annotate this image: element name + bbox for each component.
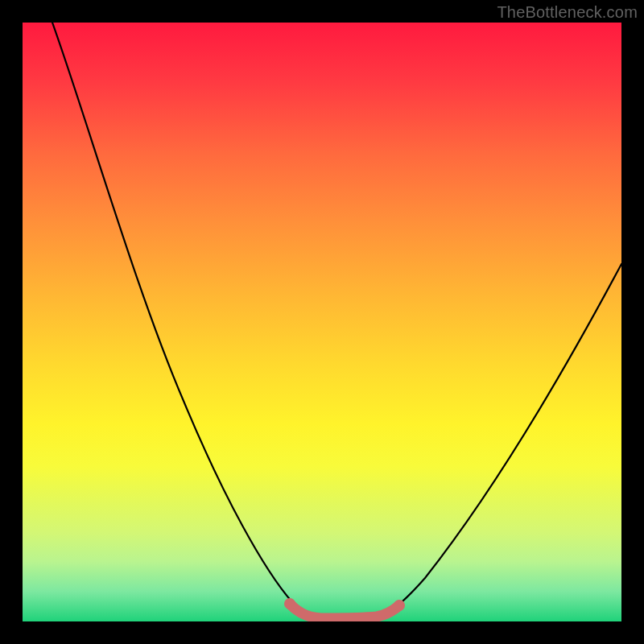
watermark-text: TheBottleneck.com (497, 3, 638, 22)
bottleneck-curve (52, 23, 621, 618)
chart-svg (23, 23, 621, 621)
gradient-plot-area (23, 23, 621, 621)
valley-highlight (290, 604, 399, 618)
valley-highlight-dot-left (284, 598, 295, 609)
valley-highlight-dot-right (394, 600, 405, 611)
